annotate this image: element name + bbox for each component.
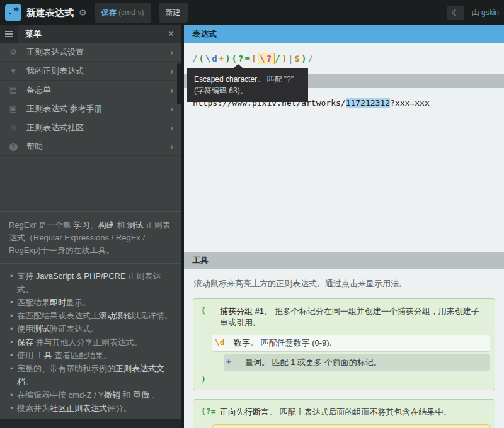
save-shortcut-hint: (cmd-s) (118, 8, 144, 17)
community-icon: ☺ (5, 123, 21, 132)
group-description: 捕获分组 #1。 把多个标记分在同一组并创建一个捕获分组，用来创建子串或引用。 (220, 306, 487, 329)
list-item: 在匹配结果或表达式上滚动滚轮以见详情。 (10, 309, 175, 322)
sidebar-item-settings[interactable]: ⚙ 正则表达式设置 › (0, 43, 181, 62)
tooltip-text: Escaped character。 匹配 "?" (字符编码 63)。 (194, 75, 294, 95)
tools-body: 滚动鼠标来高亮上方的正则表达式。通过点击来显示用法。 ( 捕获分组 #1。 把多… (184, 269, 504, 428)
chevron-right-icon: › (170, 142, 173, 152)
gear-icon: ⚙ (5, 47, 21, 57)
group-token: ( (201, 306, 220, 315)
chevron-right-icon: › (170, 123, 173, 133)
logo-glyph: .* (7, 5, 19, 17)
chevron-right-icon: › (170, 66, 173, 76)
tooltip-arrow (234, 64, 243, 68)
explain-group-box[interactable]: ( 捕获分组 #1。 把多个标记分在同一组并创建一个捕获分组，用来创建子串或引用… (193, 298, 495, 390)
quantifier-description: 量词。 匹配 1 或更多 个前面的标记。 (245, 357, 487, 368)
explain-lookahead-row[interactable]: (?= 正向先行断言。 匹配主表达式后面的组而不将其包含在结果中。 (198, 404, 490, 420)
list-item: 使用 工具 查看匹配结果。 (10, 349, 175, 362)
main-panel: 表达式 /(\d+)(?=[\?/]|$)/ https://www.pixiv… (181, 25, 504, 428)
book-icon: ▣ (5, 104, 21, 113)
list-item: 保存 并与其他人分享正则表达式。 (10, 335, 175, 349)
list-item: 搜索并为社区正则表达式评分。 (10, 402, 175, 415)
chevron-right-icon: › (170, 85, 173, 95)
menu-toggle[interactable] (0, 25, 18, 43)
group-close-token: ) (198, 371, 490, 385)
sidebar-item-label: 我的正则表达式 (26, 65, 170, 77)
expression-panel-title: 表达式 (192, 28, 217, 40)
app-body: 菜单 × ⚙ 正则表达式设置 › ♥ 我的正则表达式 › ▤ 备忘单 › ▣ 正… (0, 25, 504, 428)
cheatsheet-icon: ▤ (5, 85, 21, 94)
save-label: 保存 (101, 8, 117, 17)
chevron-right-icon: › (170, 47, 173, 57)
lookahead-description: 正向先行断言。 匹配主表达式后面的组而不将其包含在结果中。 (220, 407, 487, 418)
sidebar-scrollbar[interactable] (177, 63, 181, 104)
new-button[interactable]: 新建 (159, 3, 188, 23)
menu-title: 菜单 (18, 28, 168, 40)
expression-settings-gear-icon[interactable]: ⚙ (79, 8, 87, 18)
save-button[interactable]: 保存 (cmd-s) (94, 3, 151, 23)
menu-header: 菜单 × (0, 25, 181, 43)
list-item: 匹配结果即时显示。 (10, 296, 175, 309)
sidebar-description: RegExr 是一个集 学习、构建 和 测试 正则表达式（Regular Exp… (0, 211, 181, 419)
ad-notice: Want to support RegExr? Consider disabli… (0, 419, 181, 428)
list-item: 在编辑器中按 cmd-Z / Y撤销 和 重做 。 (10, 388, 175, 402)
gskinner-link[interactable]: gskin (481, 8, 499, 17)
sidebar-item-reference[interactable]: ▣ 正则表达式 参考手册 › (0, 99, 181, 118)
regexr-logo[interactable]: .* (5, 4, 21, 21)
close-icon[interactable]: × (168, 28, 181, 40)
page-title: 新建表达式 (26, 7, 74, 19)
sidebar-item-label: 正则表达式社区 (26, 122, 170, 133)
explain-group-row[interactable]: ( 捕获分组 #1。 把多个标记分在同一组并创建一个捕获分组，用来创建子串或引用… (198, 303, 490, 331)
quantifier-token: + (226, 357, 245, 366)
moon-icon: ☾ (452, 8, 459, 18)
sidebar-item-label: 正则表达式 参考手册 (26, 103, 170, 115)
list-item: 使用测试验证表达式。 (10, 322, 175, 335)
digit-token: \d (215, 337, 234, 347)
explain-quantifier-row[interactable]: + 量词。 匹配 1 或更多 个前面的标记。 (224, 354, 490, 371)
sidebar-item-label: 正则表达式设置 (26, 47, 170, 58)
heart-icon: ♥ (5, 66, 21, 76)
test-text-area[interactable]: https://www.pixiv.net/artworks/117212312… (184, 88, 504, 252)
list-item: 支持 JavaScript & PHP/PCRE 正则表达式。 (10, 269, 175, 296)
explain-charset-box[interactable]: [ 字符集。 匹配集合中的任何字符。 \? Escaped character。… (212, 424, 490, 428)
byline-prefix: 由 (472, 8, 479, 17)
explain-digit-row[interactable]: \d 数字。 匹配任意数字 (0-9). (212, 335, 490, 351)
byline: 由 gskin (469, 8, 499, 18)
sidebar-item-favorites[interactable]: ♥ 我的正则表达式 › (0, 62, 181, 81)
sidebar-item-community[interactable]: ☺ 正则表达式社区 › (0, 118, 181, 137)
lookahead-token: (?= (201, 407, 220, 416)
sidebar-item-help[interactable]: ? 帮助 › (0, 137, 181, 156)
list-item: 完整的、带有帮助和示例的正则表达式文档。 (10, 362, 175, 388)
tools-hint: 滚动鼠标来高亮上方的正则表达式。通过点击来显示用法。 (194, 278, 494, 290)
sidebar: 菜单 × ⚙ 正则表达式设置 › ♥ 我的正则表达式 › ▤ 备忘单 › ▣ 正… (0, 25, 181, 428)
explain-lookahead-box[interactable]: (?= 正向先行断言。 匹配主表达式后面的组而不将其包含在结果中。 [ 字符集。… (193, 399, 495, 428)
sidebar-item-label: 帮助 (26, 141, 170, 152)
digit-description: 数字。 匹配任意数字 (0-9). (234, 337, 487, 349)
expression-panel-header[interactable]: 表达式 (184, 25, 504, 43)
intro-paragraph: RegExr 是一个集 学习、构建 和 测试 正则表达式（Regular Exp… (0, 212, 181, 264)
chevron-right-icon: › (170, 104, 173, 114)
sidebar-item-cheatsheet[interactable]: ▤ 备忘单 › (0, 81, 181, 99)
tools-panel-header[interactable]: 工具 (184, 252, 504, 269)
hamburger-icon (5, 33, 13, 35)
feature-list: 支持 JavaScript & PHP/PCRE 正则表达式。 匹配结果即时显示… (0, 264, 181, 419)
regex-pattern: /(\d+)(?=[\?/]|$)/ (192, 54, 314, 64)
tools-panel-title: 工具 (192, 255, 209, 266)
token-tooltip: Escaped character。 匹配 "?" (字符编码 63)。 (187, 68, 308, 102)
help-icon: ? (5, 142, 21, 151)
dark-mode-toggle[interactable]: ☾ (447, 6, 464, 20)
sidebar-item-label: 备忘单 (26, 84, 170, 96)
topbar: .* 新建表达式 ⚙ 保存 (cmd-s) 新建 ☾ 由 gskin (0, 0, 504, 25)
